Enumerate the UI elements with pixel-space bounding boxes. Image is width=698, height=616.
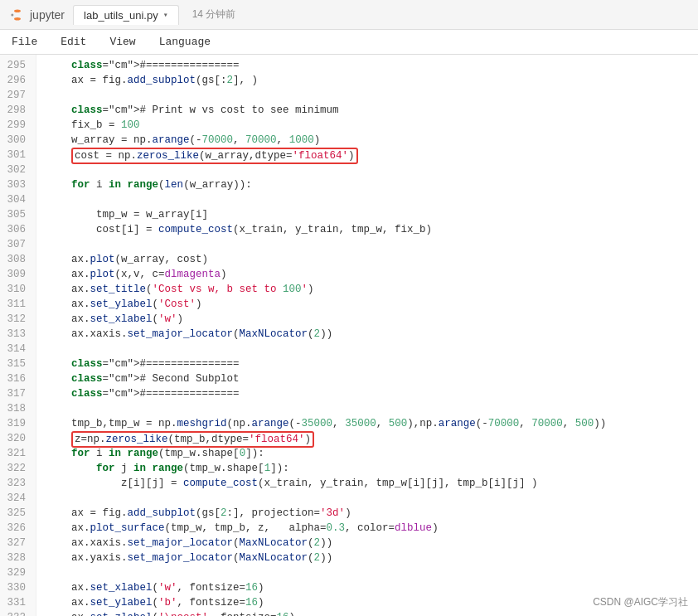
line-number: 295 — [0, 58, 31, 73]
file-tab[interactable]: lab_utils_uni.py ▾ — [73, 5, 179, 25]
watermark: CSDN @AIGC学习社 — [593, 595, 688, 609]
line-number: 331 — [0, 595, 31, 610]
timestamp: 14 分钟前 — [192, 7, 236, 22]
line-number: 315 — [0, 357, 31, 371]
code-line: ax.xaxis.set_major_locator(MaxNLocator(2… — [46, 536, 698, 551]
line-number: 314 — [0, 342, 31, 357]
code-line: z[i][j] = compute_cost(x_train, y_train,… — [46, 476, 698, 491]
code-line: ax.xaxis.set_major_locator(MaxNLocator(2… — [46, 327, 698, 342]
line-number: 321 — [0, 446, 31, 461]
code-line: class="cm">#=============== — [46, 58, 698, 73]
line-number: 317 — [0, 386, 31, 401]
code-line: ax.set_ylabel('Cost') — [46, 297, 698, 312]
line-number: 316 — [0, 371, 31, 386]
line-number: 312 — [0, 312, 31, 327]
line-number: 304 — [0, 192, 31, 207]
menu-file[interactable]: File — [8, 34, 41, 50]
line-number: 309 — [0, 267, 31, 282]
code-content[interactable]: class="cm">#=============== ax = fig.add… — [36, 55, 698, 616]
svg-point-0 — [14, 9, 21, 12]
code-line: for i in range(tmp_w.shape[0]): — [46, 446, 698, 461]
line-number: 298 — [0, 103, 31, 118]
code-line: cost[i] = compute_cost(x_train, y_train,… — [46, 222, 698, 237]
line-number: 323 — [0, 476, 31, 491]
line-number: 320 — [0, 431, 31, 446]
line-number: 319 — [0, 416, 31, 431]
jupyter-label: jupyter — [30, 8, 65, 22]
code-line: w_array = np.arange(-70000, 70000, 1000) — [46, 133, 698, 148]
line-number: 307 — [0, 237, 31, 252]
line-number: 305 — [0, 207, 31, 222]
jupyter-logo: jupyter — [8, 6, 65, 24]
code-line — [46, 401, 698, 416]
line-number: 303 — [0, 177, 31, 192]
top-bar: jupyter lab_utils_uni.py ▾ 14 分钟前 — [0, 0, 698, 30]
line-number: 297 — [0, 88, 31, 103]
code-line: cost = np.zeros_like(w_array,dtype='floa… — [46, 148, 698, 162]
menu-view[interactable]: View — [106, 34, 138, 50]
line-number: 322 — [0, 461, 31, 476]
code-line: for i in range(len(w_array)): — [46, 177, 698, 192]
code-line — [46, 565, 698, 580]
line-number: 324 — [0, 491, 31, 506]
code-line: ax = fig.add_subplot(gs[:2], ) — [46, 73, 698, 88]
code-wrapper: class="cm">#=============== ax = fig.add… — [36, 55, 698, 616]
line-numbers: 2952962972982993003013023033043053063073… — [0, 55, 36, 616]
line-number: 310 — [0, 282, 31, 297]
file-tab-dropdown[interactable]: ▾ — [163, 10, 168, 20]
line-number: 296 — [0, 73, 31, 88]
code-area: 2952962972982993003013023033043053063073… — [0, 55, 698, 616]
code-line: tmp_b,tmp_w = np.meshgrid(np.arange(-350… — [46, 416, 698, 431]
line-number: 300 — [0, 133, 31, 148]
line-number: 306 — [0, 222, 31, 237]
line-number: 318 — [0, 401, 31, 416]
code-line: ax.plot(x,v, c=dlmagenta) — [46, 267, 698, 282]
line-number: 327 — [0, 536, 31, 551]
code-line — [46, 162, 698, 177]
line-number: 326 — [0, 521, 31, 536]
code-line: class="cm"># Print w vs cost to see mini… — [46, 103, 698, 118]
code-line: ax.set_zlabel('\ncost', fontsize=16) — [46, 610, 698, 616]
code-line — [46, 237, 698, 252]
line-number: 328 — [0, 551, 31, 565]
code-line: ax.plot(w_array, cost) — [46, 252, 698, 267]
code-line — [46, 342, 698, 357]
code-line: ax.set_xlabel('w') — [46, 312, 698, 327]
code-line: ax.set_xlabel('w', fontsize=16) — [46, 580, 698, 595]
line-number: 313 — [0, 327, 31, 342]
line-number: 330 — [0, 580, 31, 595]
line-number: 302 — [0, 162, 31, 177]
line-number: 325 — [0, 506, 31, 521]
line-number: 311 — [0, 297, 31, 312]
code-line — [46, 491, 698, 506]
code-line: ax = fig.add_subplot(gs[2:], projection=… — [46, 506, 698, 521]
svg-point-1 — [14, 17, 21, 21]
code-line: ax.set_title('Cost vs w, b set to 100') — [46, 282, 698, 297]
menu-language[interactable]: Language — [156, 34, 214, 50]
line-number: 299 — [0, 118, 31, 133]
file-name: lab_utils_uni.py — [84, 9, 158, 22]
line-number: 308 — [0, 252, 31, 267]
code-line: ax.yaxis.set_major_locator(MaxNLocator(2… — [46, 551, 698, 565]
line-number: 332 — [0, 610, 31, 616]
svg-point-2 — [11, 13, 13, 16]
menu-edit[interactable]: Edit — [57, 34, 90, 50]
menu-bar: File Edit View Language — [0, 30, 698, 55]
code-line: fix_b = 100 — [46, 118, 698, 133]
line-number: 329 — [0, 565, 31, 580]
code-line: tmp_w = w_array[i] — [46, 207, 698, 222]
code-line: class="cm">#=============== — [46, 357, 698, 371]
code-line: z=np.zeros_like(tmp_b,dtype='float64') — [46, 431, 698, 446]
code-line — [46, 192, 698, 207]
code-line: ax.plot_surface(tmp_w, tmp_b, z, alpha=0… — [46, 521, 698, 536]
code-line: class="cm"># Second Subplot — [46, 371, 698, 386]
line-number: 301 — [0, 148, 31, 162]
code-line: for j in range(tmp_w.shape[1]): — [46, 461, 698, 476]
code-line — [46, 88, 698, 103]
code-line: class="cm">#=============== — [46, 386, 698, 401]
